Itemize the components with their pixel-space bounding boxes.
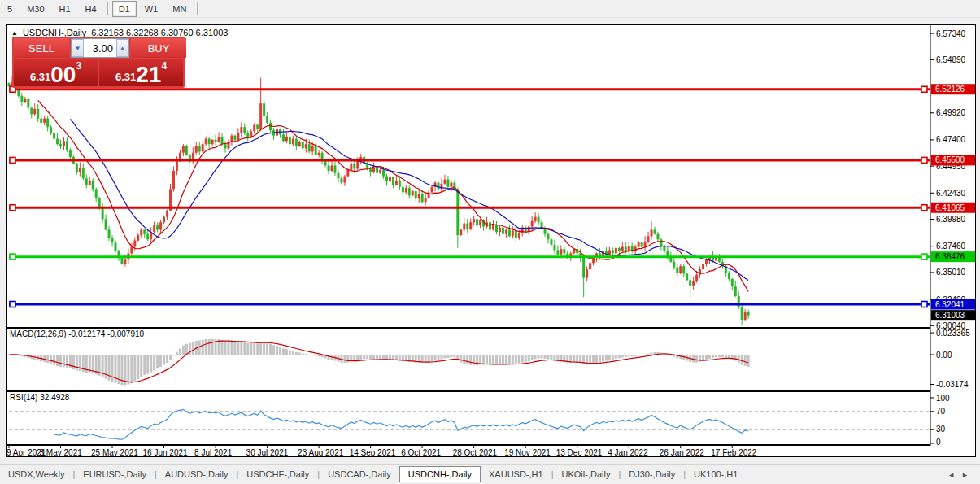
- price-tag-6.52126: 6.52126: [931, 84, 975, 94]
- svg-text:30 Jul 2021: 30 Jul 2021: [246, 448, 289, 456]
- timeframe-button-5[interactable]: 5: [1, 1, 19, 17]
- svg-text:0: 0: [936, 438, 941, 447]
- svg-text:6.57340: 6.57340: [936, 29, 966, 38]
- svg-text:6 Oct 2021: 6 Oct 2021: [401, 448, 441, 456]
- timeframe-toolbar: 5M30H1H4D1W1MN: [0, 0, 980, 18]
- price-tag-6.45500: 6.45500: [931, 155, 975, 165]
- svg-text:3 May 2021: 3 May 2021: [40, 448, 83, 456]
- sell-button[interactable]: SELL: [14, 38, 69, 58]
- symbol-tab-dj30[interactable]: DJ30-,Daily: [621, 467, 683, 482]
- svg-text:6.35010: 6.35010: [936, 268, 966, 277]
- rsi-panel: [9, 409, 930, 439]
- one-click-trade-panel: SELL ▼ ▲ BUY 6.31 00 3 6.31 21 4: [12, 37, 185, 88]
- symbol-tab-bar: USDX,Weekly|EURUSD-,Daily|AUDUSD-,Daily|…: [0, 464, 980, 482]
- chart-window[interactable]: 6.573406.548906.499206.474006.449506.424…: [6, 24, 976, 457]
- tab-scroll-left-icon[interactable]: ◄: [947, 471, 955, 479]
- macd-label: MACD(12,26,9) -0.012174 -0.007910: [10, 329, 144, 338]
- svg-text:6.41065: 6.41065: [935, 203, 965, 212]
- symbol-tab-usdchf[interactable]: USDCHF-,Daily: [238, 467, 317, 482]
- svg-text:30: 30: [936, 425, 946, 434]
- svg-text:6.52126: 6.52126: [935, 85, 965, 94]
- price-tag-6.36476: 6.36476: [931, 251, 975, 262]
- buy-button[interactable]: BUY: [131, 38, 186, 58]
- chart-canvas[interactable]: 6.573406.548906.499206.474006.449506.424…: [7, 25, 975, 456]
- sell-price-pip: 3: [76, 60, 81, 72]
- buy-price-main: 21: [136, 64, 161, 85]
- price-tag-6.31003: 6.31003: [931, 310, 975, 320]
- level-line-6.36476[interactable]: [9, 254, 930, 259]
- timeframe-button-h1[interactable]: H1: [53, 1, 77, 17]
- buy-price-prefix: 6.31: [115, 71, 136, 83]
- svg-text:25 May 2021: 25 May 2021: [91, 448, 138, 456]
- svg-text:6.45500: 6.45500: [935, 155, 965, 164]
- svg-text:6.37460: 6.37460: [936, 242, 966, 251]
- price-tag-6.32041: 6.32041: [931, 299, 975, 310]
- date-axis[interactable]: 9 Apr 20213 May 202125 May 202116 Jun 20…: [7, 446, 757, 456]
- toolbar-separator: [197, 2, 198, 15]
- svg-text:4 Jan 2022: 4 Jan 2022: [608, 448, 648, 456]
- svg-text:28 Oct 2021: 28 Oct 2021: [453, 448, 498, 456]
- symbol-tab-xauusd[interactable]: XAUUSD-,H1: [481, 467, 551, 482]
- svg-text:6.49920: 6.49920: [936, 108, 966, 117]
- buy-price-display[interactable]: 6.31 21 4: [99, 59, 183, 86]
- ma-fast-line[interactable]: [38, 101, 748, 292]
- level-line-6.455[interactable]: [9, 157, 930, 163]
- symbol-tab-usdx[interactable]: USDX,Weekly: [0, 467, 72, 482]
- sell-price-display[interactable]: 6.31 00 3: [14, 59, 98, 86]
- svg-text:6.39980: 6.39980: [936, 215, 966, 224]
- timeframe-button-d1[interactable]: D1: [112, 1, 137, 17]
- rsi-line: [54, 409, 749, 439]
- symbol-tab-audusd[interactable]: AUDUSD-,Daily: [157, 467, 237, 482]
- svg-text:13 Dec 2021: 13 Dec 2021: [556, 448, 603, 456]
- symbol-tab-ukoil[interactable]: UKOil-,Daily: [554, 467, 619, 482]
- svg-text:19 Nov 2021: 19 Nov 2021: [504, 448, 551, 456]
- svg-text:8 Jul 2021: 8 Jul 2021: [194, 448, 233, 456]
- level-line-6.32041[interactable]: [9, 302, 930, 307]
- symbol-tab-uk100[interactable]: UK100-,H1: [686, 467, 746, 482]
- svg-text:70: 70: [936, 407, 946, 416]
- tab-scroll-right-icon[interactable]: ►: [961, 471, 969, 479]
- svg-text:100: 100: [936, 394, 950, 403]
- timeframe-button-h4[interactable]: H4: [79, 1, 103, 17]
- svg-text:6.36476: 6.36476: [935, 252, 965, 261]
- svg-text:23 Aug 2021: 23 Aug 2021: [298, 448, 344, 456]
- toolbar-separator: [107, 2, 108, 15]
- buy-price-pip: 4: [161, 60, 167, 72]
- volume-increase-button[interactable]: ▲: [116, 39, 128, 57]
- svg-text:17 Feb 2022: 17 Feb 2022: [711, 448, 757, 456]
- svg-text:6.54890: 6.54890: [936, 55, 966, 64]
- volume-input[interactable]: [84, 39, 116, 57]
- svg-text:6.31003: 6.31003: [935, 311, 965, 320]
- svg-text:-0.03174: -0.03174: [936, 380, 969, 389]
- svg-text:6.32041: 6.32041: [935, 300, 965, 309]
- svg-text:6.47400: 6.47400: [936, 135, 966, 144]
- candles-group: [8, 76, 750, 325]
- tab-scroll-arrows: ◄►: [947, 469, 980, 482]
- timeframe-button-m30[interactable]: M30: [20, 1, 50, 17]
- timeframe-button-mn[interactable]: MN: [166, 1, 193, 17]
- sell-price-prefix: 6.31: [30, 71, 50, 83]
- price-tag-6.41065: 6.41065: [931, 203, 975, 213]
- symbol-tab-usdcad[interactable]: USDCAD-,Daily: [320, 467, 399, 482]
- symbol-tab-usdcnh[interactable]: USDCNH-,Daily: [399, 466, 481, 482]
- svg-text:14 Sep 2021: 14 Sep 2021: [350, 448, 396, 456]
- svg-text:0.023365: 0.023365: [936, 329, 970, 338]
- timeframe-button-w1[interactable]: W1: [138, 1, 165, 17]
- rsi-label: RSI(14) 32.4928: [10, 393, 69, 402]
- svg-text:16 Jun 2021: 16 Jun 2021: [143, 448, 188, 456]
- macd-panel: [8, 339, 750, 386]
- sell-price-main: 00: [50, 64, 76, 85]
- symbol-tab-eurusd[interactable]: EURUSD-,Daily: [75, 467, 155, 482]
- volume-stepper: ▼ ▲: [71, 38, 129, 58]
- expand-arrow-icon[interactable]: ▲: [11, 29, 18, 37]
- svg-text:0.00: 0.00: [936, 351, 952, 360]
- svg-text:26 Jan 2022: 26 Jan 2022: [660, 448, 704, 456]
- svg-text:6.42430: 6.42430: [936, 189, 966, 198]
- volume-decrease-button[interactable]: ▼: [72, 39, 84, 57]
